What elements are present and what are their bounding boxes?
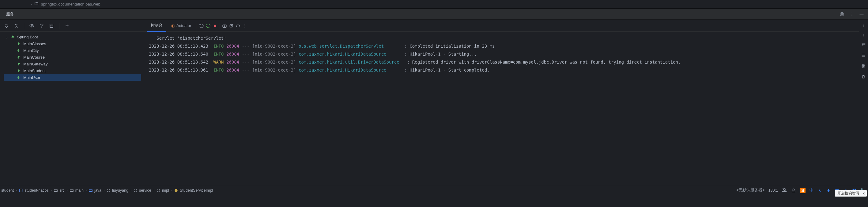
svg-rect-19: [855, 188, 856, 190]
browser-icon[interactable]: [839, 11, 845, 17]
console-output[interactable]: Servlet 'dispatcherServlet' 2023-12-26 0…: [144, 32, 859, 185]
scroll-to-end-icon[interactable]: [861, 53, 866, 59]
collapse-all-icon[interactable]: [13, 23, 19, 29]
rerun-icon[interactable]: [199, 23, 204, 29]
actuator-icon: ◐: [171, 23, 175, 28]
tree-item[interactable]: MainCity: [4, 47, 141, 54]
run-config-icon: [17, 61, 22, 66]
breadcrumb-bar: student›student-nacos›src›main›java›liuy…: [0, 185, 868, 195]
tree-item[interactable]: MainStudent: [4, 67, 141, 74]
chevron-right-icon: ›: [31, 2, 32, 6]
add-icon[interactable]: [64, 23, 70, 29]
stop-icon[interactable]: [212, 23, 218, 29]
sogou-popup-text: 开启搜狗智写: [837, 191, 860, 196]
tree-item-label: MainClasses: [23, 42, 46, 46]
more-vertical-icon[interactable]: ⋮: [849, 11, 855, 17]
print-icon[interactable]: [861, 63, 866, 70]
readonly-icon[interactable]: [791, 188, 796, 193]
services-toolbar: [0, 20, 144, 32]
tree-item-label: MainStudent: [23, 69, 45, 73]
minimize-icon[interactable]: —: [859, 11, 864, 17]
run-config-icon: [17, 55, 22, 59]
console-gutter: ↑ ↓: [859, 20, 868, 185]
camera-icon[interactable]: [222, 23, 227, 29]
breadcrumb-item[interactable]: liuyuyang: [106, 188, 128, 192]
cloud-icon[interactable]: [235, 23, 241, 29]
services-panel-header: 服务 ⋮ —: [0, 8, 868, 20]
show-icon[interactable]: [29, 23, 35, 29]
svg-rect-8: [863, 64, 864, 66]
breadcrumb-item[interactable]: impl: [156, 188, 169, 192]
tree-item[interactable]: MainUser: [4, 74, 141, 81]
punct-icon[interactable]: •,: [817, 188, 823, 193]
layout-icon[interactable]: [49, 23, 54, 29]
svg-rect-16: [828, 188, 829, 191]
rerun-green-icon[interactable]: [206, 23, 211, 29]
svg-rect-10: [20, 189, 22, 192]
breadcrumb-item[interactable]: student: [1, 188, 14, 192]
tree-item-label: MainGateway: [23, 62, 48, 66]
run-config-icon: [17, 48, 22, 53]
svg-point-11: [107, 189, 110, 192]
tree-item-label: MainUser: [23, 75, 40, 80]
svg-point-5: [224, 25, 225, 26]
close-icon[interactable]: ×: [861, 191, 866, 196]
svg-rect-18: [853, 188, 854, 190]
svg-rect-3: [214, 25, 216, 27]
tab-console[interactable]: 控制台: [147, 20, 166, 32]
scroll-down-icon[interactable]: ↓: [863, 32, 865, 37]
editor-tabs-row: › springfox.documentation.oas.web: [0, 0, 868, 8]
sogou-s-icon[interactable]: S: [800, 188, 806, 193]
server-label[interactable]: <无默认服务器>: [736, 188, 765, 193]
main-area: ⌄ Spring Boot MainClassesMainCityMainCou…: [0, 20, 868, 185]
svg-point-12: [134, 189, 136, 192]
soft-wrap-icon[interactable]: [861, 42, 866, 48]
sogou-popup: 开启搜狗智写 ×: [835, 190, 867, 197]
breadcrumb-item[interactable]: java: [89, 188, 101, 192]
expand-all-icon[interactable]: [4, 23, 9, 29]
folder-icon: [34, 2, 39, 7]
console-panel: 控制台 ◐ Actuator ⋮ Servlet 'dispatcherServ…: [144, 20, 868, 185]
tree-item[interactable]: MainGateway: [4, 60, 141, 67]
more-icon[interactable]: ⋮: [242, 23, 247, 29]
breadcrumb-item[interactable]: src: [54, 188, 65, 192]
bell-off-icon[interactable]: [782, 188, 787, 193]
tree-item[interactable]: MainClasses: [4, 40, 141, 47]
zh-icon[interactable]: 中: [809, 188, 814, 193]
tree-item[interactable]: MainCourse: [4, 54, 141, 60]
services-tree: ⌄ Spring Boot MainClassesMainCityMainCou…: [0, 32, 144, 81]
breadcrumb-item[interactable]: service: [133, 188, 151, 192]
svg-point-1: [31, 25, 32, 26]
console-tabs: 控制台 ◐ Actuator ⋮: [144, 20, 859, 32]
svg-rect-15: [792, 190, 795, 192]
svg-point-13: [157, 189, 160, 192]
run-config-icon: [17, 41, 22, 46]
tree-root-spring-boot[interactable]: ⌄ Spring Boot: [4, 33, 141, 40]
run-config-icon: [17, 75, 22, 80]
cursor-position: 130:1: [769, 188, 778, 192]
spring-boot-icon: [10, 34, 15, 39]
tree-item-label: MainCourse: [23, 55, 45, 59]
svg-rect-2: [50, 24, 53, 27]
breadcrumb-item[interactable]: StudentServiceImpl: [174, 188, 213, 192]
svg-rect-4: [223, 25, 226, 27]
breadcrumb-item[interactable]: main: [69, 188, 84, 192]
services-tree-panel: ⌄ Spring Boot MainClassesMainCityMainCou…: [0, 20, 144, 185]
mic-icon[interactable]: [826, 188, 831, 193]
svg-point-14: [175, 189, 177, 192]
package-path: springfox.documentation.oas.web: [41, 2, 100, 6]
chevron-down-icon: ⌄: [5, 35, 8, 39]
export-icon[interactable]: [228, 23, 234, 29]
tab-actuator[interactable]: ◐ Actuator: [167, 20, 195, 32]
breadcrumb-item[interactable]: student-nacos: [19, 188, 49, 192]
panel-title: 服务: [6, 11, 14, 17]
filter-icon[interactable]: [39, 23, 44, 29]
scroll-up-icon[interactable]: ↑: [863, 23, 865, 28]
trash-icon[interactable]: [861, 74, 866, 80]
run-config-icon: [17, 68, 22, 73]
tree-item-label: MainCity: [23, 48, 39, 53]
tree-root-label: Spring Boot: [17, 35, 38, 39]
